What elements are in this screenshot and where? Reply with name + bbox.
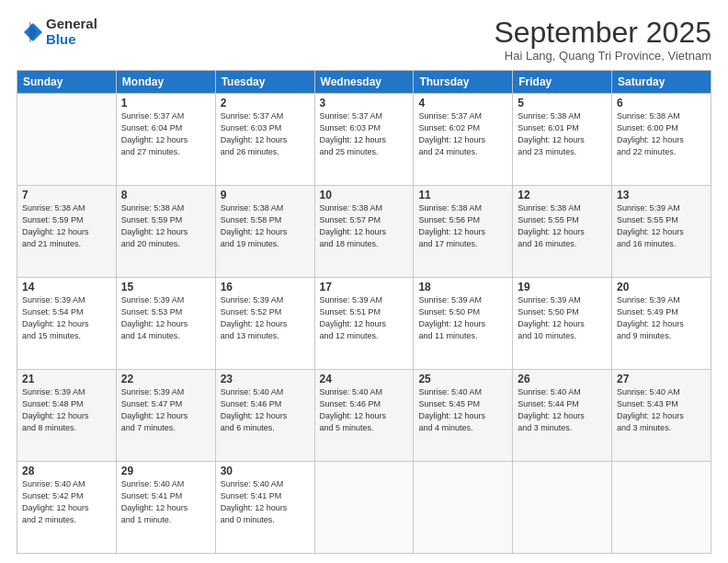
table-row: 29Sunrise: 5:40 AM Sunset: 5:41 PM Dayli… xyxy=(116,462,215,554)
day-number: 7 xyxy=(22,189,111,201)
logo-general-text: General xyxy=(46,17,97,32)
day-number: 17 xyxy=(320,281,409,293)
day-number: 22 xyxy=(121,373,210,385)
day-info: Sunrise: 5:39 AM Sunset: 5:48 PM Dayligh… xyxy=(22,386,111,434)
day-info: Sunrise: 5:39 AM Sunset: 5:54 PM Dayligh… xyxy=(22,294,111,342)
calendar-week-row: 1Sunrise: 5:37 AM Sunset: 6:04 PM Daylig… xyxy=(17,94,711,186)
day-number: 6 xyxy=(617,97,706,109)
table-row: 15Sunrise: 5:39 AM Sunset: 5:53 PM Dayli… xyxy=(116,278,215,370)
title-block: September 2025 Hai Lang, Quang Tri Provi… xyxy=(494,17,711,63)
table-row: 23Sunrise: 5:40 AM Sunset: 5:46 PM Dayli… xyxy=(215,370,314,462)
table-row: 27Sunrise: 5:40 AM Sunset: 5:43 PM Dayli… xyxy=(612,370,711,462)
day-number: 21 xyxy=(22,373,111,385)
day-info: Sunrise: 5:37 AM Sunset: 6:03 PM Dayligh… xyxy=(320,110,409,158)
table-row: 28Sunrise: 5:40 AM Sunset: 5:42 PM Dayli… xyxy=(17,462,117,554)
day-number: 28 xyxy=(22,465,111,477)
day-number: 23 xyxy=(221,373,310,385)
table-row: 18Sunrise: 5:39 AM Sunset: 5:50 PM Dayli… xyxy=(414,278,513,370)
calendar-week-row: 28Sunrise: 5:40 AM Sunset: 5:42 PM Dayli… xyxy=(17,462,711,554)
day-info: Sunrise: 5:38 AM Sunset: 6:01 PM Dayligh… xyxy=(518,110,607,158)
table-row: 14Sunrise: 5:39 AM Sunset: 5:54 PM Dayli… xyxy=(17,278,117,370)
table-row xyxy=(17,94,117,186)
table-row: 17Sunrise: 5:39 AM Sunset: 5:51 PM Dayli… xyxy=(314,278,414,370)
col-monday: Monday xyxy=(116,71,215,94)
month-title: September 2025 xyxy=(494,17,711,49)
table-row: 10Sunrise: 5:38 AM Sunset: 5:57 PM Dayli… xyxy=(314,186,414,278)
day-info: Sunrise: 5:38 AM Sunset: 5:57 PM Dayligh… xyxy=(320,202,409,250)
day-number: 8 xyxy=(121,189,210,201)
table-row: 13Sunrise: 5:39 AM Sunset: 5:55 PM Dayli… xyxy=(612,186,711,278)
day-info: Sunrise: 5:39 AM Sunset: 5:53 PM Dayligh… xyxy=(121,294,210,342)
day-number: 4 xyxy=(418,97,507,109)
calendar-header-row: Sunday Monday Tuesday Wednesday Thursday… xyxy=(17,71,711,94)
location-subtitle: Hai Lang, Quang Tri Province, Vietnam xyxy=(494,49,711,63)
day-info: Sunrise: 5:39 AM Sunset: 5:55 PM Dayligh… xyxy=(617,202,706,250)
calendar-week-row: 21Sunrise: 5:39 AM Sunset: 5:48 PM Dayli… xyxy=(17,370,711,462)
calendar-week-row: 14Sunrise: 5:39 AM Sunset: 5:54 PM Dayli… xyxy=(17,278,711,370)
table-row: 12Sunrise: 5:38 AM Sunset: 5:55 PM Dayli… xyxy=(513,186,612,278)
day-info: Sunrise: 5:38 AM Sunset: 5:59 PM Dayligh… xyxy=(121,202,210,250)
day-number: 16 xyxy=(221,281,310,293)
day-number: 18 xyxy=(418,281,507,293)
day-number: 12 xyxy=(518,189,607,201)
col-thursday: Thursday xyxy=(414,71,513,94)
table-row: 6Sunrise: 5:38 AM Sunset: 6:00 PM Daylig… xyxy=(612,94,711,186)
table-row xyxy=(612,462,711,554)
day-info: Sunrise: 5:40 AM Sunset: 5:42 PM Dayligh… xyxy=(22,478,111,526)
logo-icon xyxy=(17,19,42,45)
day-number: 10 xyxy=(320,189,409,201)
table-row: 30Sunrise: 5:40 AM Sunset: 5:41 PM Dayli… xyxy=(215,462,314,554)
col-wednesday: Wednesday xyxy=(314,71,414,94)
table-row: 3Sunrise: 5:37 AM Sunset: 6:03 PM Daylig… xyxy=(314,94,414,186)
table-row: 21Sunrise: 5:39 AM Sunset: 5:48 PM Dayli… xyxy=(17,370,117,462)
table-row: 26Sunrise: 5:40 AM Sunset: 5:44 PM Dayli… xyxy=(513,370,612,462)
day-number: 1 xyxy=(121,97,210,109)
day-number: 30 xyxy=(221,465,310,477)
calendar-table: Sunday Monday Tuesday Wednesday Thursday… xyxy=(17,70,711,554)
day-number: 24 xyxy=(320,373,409,385)
col-saturday: Saturday xyxy=(612,71,711,94)
table-row: 2Sunrise: 5:37 AM Sunset: 6:03 PM Daylig… xyxy=(215,94,314,186)
day-info: Sunrise: 5:40 AM Sunset: 5:45 PM Dayligh… xyxy=(418,386,507,434)
table-row xyxy=(513,462,612,554)
day-number: 15 xyxy=(121,281,210,293)
day-info: Sunrise: 5:40 AM Sunset: 5:44 PM Dayligh… xyxy=(518,386,607,434)
col-friday: Friday xyxy=(513,71,612,94)
day-number: 26 xyxy=(518,373,607,385)
logo-text: General Blue xyxy=(46,17,97,47)
day-number: 13 xyxy=(617,189,706,201)
day-number: 14 xyxy=(22,281,111,293)
col-tuesday: Tuesday xyxy=(215,71,314,94)
table-row: 1Sunrise: 5:37 AM Sunset: 6:04 PM Daylig… xyxy=(116,94,215,186)
col-sunday: Sunday xyxy=(17,71,117,94)
table-row: 20Sunrise: 5:39 AM Sunset: 5:49 PM Dayli… xyxy=(612,278,711,370)
day-info: Sunrise: 5:39 AM Sunset: 5:51 PM Dayligh… xyxy=(320,294,409,342)
calendar-week-row: 7Sunrise: 5:38 AM Sunset: 5:59 PM Daylig… xyxy=(17,186,711,278)
day-info: Sunrise: 5:39 AM Sunset: 5:50 PM Dayligh… xyxy=(418,294,507,342)
table-row xyxy=(414,462,513,554)
table-row: 8Sunrise: 5:38 AM Sunset: 5:59 PM Daylig… xyxy=(116,186,215,278)
day-number: 20 xyxy=(617,281,706,293)
day-info: Sunrise: 5:38 AM Sunset: 5:56 PM Dayligh… xyxy=(418,202,507,250)
day-info: Sunrise: 5:40 AM Sunset: 5:46 PM Dayligh… xyxy=(320,386,409,434)
day-number: 5 xyxy=(518,97,607,109)
day-info: Sunrise: 5:37 AM Sunset: 6:04 PM Dayligh… xyxy=(121,110,210,158)
day-number: 3 xyxy=(320,97,409,109)
day-number: 9 xyxy=(221,189,310,201)
table-row: 16Sunrise: 5:39 AM Sunset: 5:52 PM Dayli… xyxy=(215,278,314,370)
day-number: 11 xyxy=(418,189,507,201)
logo: General Blue xyxy=(17,17,97,47)
day-info: Sunrise: 5:39 AM Sunset: 5:49 PM Dayligh… xyxy=(617,294,706,342)
day-info: Sunrise: 5:38 AM Sunset: 5:55 PM Dayligh… xyxy=(518,202,607,250)
table-row: 11Sunrise: 5:38 AM Sunset: 5:56 PM Dayli… xyxy=(414,186,513,278)
day-info: Sunrise: 5:38 AM Sunset: 5:59 PM Dayligh… xyxy=(22,202,111,250)
day-number: 25 xyxy=(418,373,507,385)
logo-blue-text: Blue xyxy=(46,32,97,48)
table-row xyxy=(314,462,414,554)
day-info: Sunrise: 5:39 AM Sunset: 5:47 PM Dayligh… xyxy=(121,386,210,434)
day-number: 29 xyxy=(121,465,210,477)
table-row: 25Sunrise: 5:40 AM Sunset: 5:45 PM Dayli… xyxy=(414,370,513,462)
day-number: 19 xyxy=(518,281,607,293)
day-info: Sunrise: 5:40 AM Sunset: 5:46 PM Dayligh… xyxy=(221,386,310,434)
table-row: 5Sunrise: 5:38 AM Sunset: 6:01 PM Daylig… xyxy=(513,94,612,186)
